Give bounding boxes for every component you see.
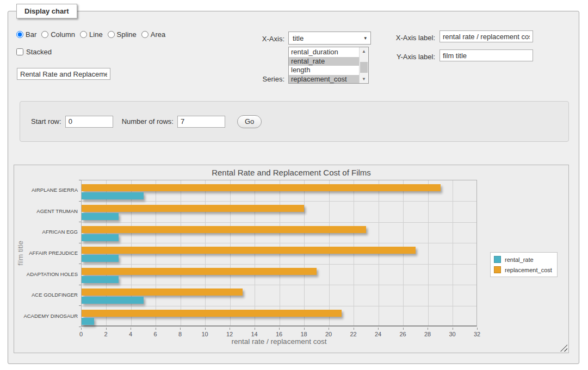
x-tick-label: 30 xyxy=(444,331,461,337)
chart-type-option-label: Column xyxy=(51,30,75,39)
x-axis-tick xyxy=(230,328,230,330)
y-axis-tick xyxy=(79,327,81,327)
chart-type-option-label: Line xyxy=(89,30,103,39)
legend-swatch xyxy=(494,256,501,263)
radio-bar[interactable] xyxy=(16,31,23,38)
chart-title: Rental Rate and Replacement Cost of Film… xyxy=(14,168,568,177)
y-axis-tick xyxy=(79,264,81,264)
gridline-vertical xyxy=(428,180,429,325)
y-category-label: ACE GOLDFINGER xyxy=(14,292,78,298)
series-option[interactable]: rental_duration xyxy=(289,48,359,57)
x-tick-label: 0 xyxy=(73,331,89,337)
x-axis-tick xyxy=(131,328,131,330)
scroll-up-icon[interactable]: ▲ xyxy=(360,47,368,55)
bar-rental_rate xyxy=(82,297,144,304)
y-axis-tick xyxy=(79,180,81,180)
stacked-label: Stacked xyxy=(26,48,52,56)
chart-type-option-label: Area xyxy=(151,30,165,39)
radio-line[interactable] xyxy=(80,31,87,38)
x-axis-label-caption: X-Axis label: xyxy=(387,34,435,42)
bar-replacement_cost xyxy=(82,268,317,275)
radio-column[interactable] xyxy=(41,31,48,38)
x-tick-label: 22 xyxy=(345,331,362,337)
y-category-label: AFFAIR PREJUDICE xyxy=(14,250,78,256)
chart-container: Rental Rate and Replacement Cost of Film… xyxy=(14,165,569,353)
chart-type-option-label: Bar xyxy=(26,30,36,39)
radio-area[interactable] xyxy=(141,31,148,38)
x-axis-tick xyxy=(279,328,280,330)
gridline-vertical xyxy=(453,180,453,325)
x-axis-label-input[interactable] xyxy=(440,30,533,42)
y-axis-label-caption: Y-Axis label: xyxy=(387,53,435,61)
series-option[interactable]: rental_rate xyxy=(289,57,359,66)
legend-label: replacement_cost xyxy=(505,267,552,273)
gridline-horizontal xyxy=(82,201,476,202)
x-axis-tick xyxy=(180,328,181,330)
x-axis-tick xyxy=(453,328,453,330)
legend-item: replacement_cost xyxy=(494,266,552,273)
start-row-label: Start row: xyxy=(31,117,61,126)
legend-label: rental_rate xyxy=(505,256,534,263)
bar-replacement_cost xyxy=(82,226,366,233)
series-listbox[interactable]: rental_durationrental_ratelengthreplacem… xyxy=(288,47,369,84)
bar-rental_rate xyxy=(82,318,94,325)
row-range-panel: Start row: Number of rows: Go xyxy=(20,101,569,142)
x-axis-tick xyxy=(477,328,478,330)
start-row-input[interactable] xyxy=(65,116,113,128)
bar-rental_rate xyxy=(82,276,119,283)
scroll-down-icon[interactable]: ▼ xyxy=(360,75,368,83)
x-tick-label: 4 xyxy=(122,331,139,337)
y-axis-label-input[interactable] xyxy=(440,49,533,61)
scrollbar-thumb[interactable] xyxy=(360,62,368,73)
x-axis-select[interactable]: title ▾ xyxy=(288,32,371,45)
x-axis-tick xyxy=(106,328,107,330)
series-select-label: Series: xyxy=(246,75,284,83)
x-axis-tick xyxy=(403,328,404,330)
gridline-horizontal xyxy=(82,222,476,223)
y-axis-tick xyxy=(79,222,81,222)
gridline-horizontal xyxy=(82,264,476,265)
gridline-horizontal xyxy=(82,285,476,285)
x-axis-selected-value: title xyxy=(293,34,304,42)
bar-replacement_cost xyxy=(82,205,304,212)
x-tick-label: 26 xyxy=(395,331,411,337)
y-category-label: AIRPLANE SIERRA xyxy=(14,187,78,193)
chart-type-radio-group: BarColumnLineSplineArea xyxy=(16,30,165,39)
bar-replacement_cost xyxy=(82,247,416,254)
y-category-label: ADAPTATION HOLES xyxy=(14,271,78,278)
bar-rental_rate xyxy=(82,234,119,241)
bar-rental_rate xyxy=(82,213,119,220)
radio-spline[interactable] xyxy=(108,31,115,38)
resize-handle-icon[interactable] xyxy=(560,344,567,352)
x-tick-label: 28 xyxy=(419,331,436,337)
x-tick-label: 16 xyxy=(271,331,287,337)
x-axis-tick xyxy=(156,328,156,330)
chart-legend: rental_ratereplacement_cost xyxy=(490,252,558,277)
x-axis-tick xyxy=(354,328,354,330)
y-category-label: AFRICAN EGG xyxy=(14,229,78,235)
gridline-horizontal xyxy=(82,243,476,243)
number-of-rows-label: Number of rows: xyxy=(122,117,174,126)
number-of-rows-input[interactable] xyxy=(177,116,225,128)
x-axis-tick xyxy=(205,328,206,330)
x-tick-label: 6 xyxy=(147,331,164,337)
series-option[interactable]: length xyxy=(289,66,359,75)
stacked-checkbox[interactable] xyxy=(16,48,23,55)
series-options: rental_durationrental_ratelengthreplacem… xyxy=(289,48,359,84)
x-axis-tick xyxy=(329,328,329,330)
listbox-scrollbar[interactable]: ▲ ▼ xyxy=(359,47,368,83)
chart-type-option: Bar xyxy=(16,30,36,39)
chart-type-option: Column xyxy=(41,30,75,39)
chart-title-input[interactable] xyxy=(17,68,110,80)
x-tick-label: 18 xyxy=(296,331,312,337)
chart-type-option: Area xyxy=(141,30,165,39)
x-tick-label: 10 xyxy=(197,331,213,337)
y-category-label: ACADEMY DINOSAUR xyxy=(14,313,78,319)
go-button[interactable]: Go xyxy=(237,115,262,128)
series-option[interactable]: replacement_cost xyxy=(289,75,359,84)
chart-x-axis-title: rental rate / replacement cost xyxy=(81,337,477,346)
gridline-horizontal xyxy=(82,306,476,306)
stacked-row: Stacked xyxy=(16,48,52,56)
chart-type-option-label: Spline xyxy=(117,30,137,39)
x-axis-tick xyxy=(378,328,379,330)
